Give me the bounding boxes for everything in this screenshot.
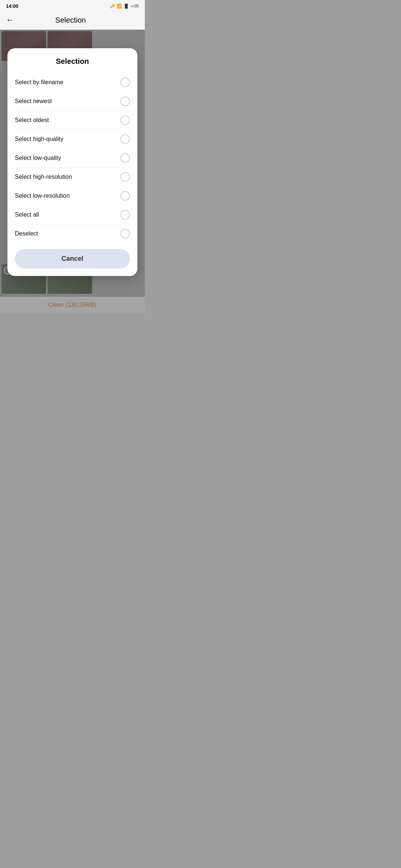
option-row-newest[interactable]: Select newest: [15, 92, 130, 111]
selection-modal: Selection Select by filenameSelect newes…: [7, 48, 137, 276]
option-label-high-quality: Select high-quality: [15, 136, 63, 142]
page-title: Selection: [55, 16, 86, 24]
option-label-all: Select all: [15, 211, 39, 218]
option-row-deselect[interactable]: Deselect: [15, 224, 130, 243]
radio-low-resolution[interactable]: [120, 191, 130, 201]
status-bar: 14:00 🔑 📶 ▐▌ ▭35: [0, 0, 145, 10]
option-label-low-quality: Select low-quality: [15, 155, 61, 161]
option-row-all[interactable]: Select all: [15, 206, 130, 224]
radio-high-resolution[interactable]: [120, 172, 130, 182]
wifi-icon: 📶: [117, 4, 122, 9]
option-label-high-resolution: Select high-resolution: [15, 174, 72, 180]
battery-icon: ▭35: [131, 4, 139, 9]
option-row-high-resolution[interactable]: Select high-resolution: [15, 168, 130, 186]
option-label-newest: Select newest: [15, 98, 52, 105]
option-label-low-resolution: Select low-resolution: [15, 193, 70, 199]
option-row-low-quality[interactable]: Select low-quality: [15, 149, 130, 167]
cancel-button[interactable]: Cancel: [15, 249, 130, 269]
key-icon: 🔑: [110, 4, 115, 9]
option-row-oldest[interactable]: Select oldest: [15, 111, 130, 129]
status-icons: 🔑 📶 ▐▌ ▭35: [110, 4, 139, 9]
option-row-by-filename[interactable]: Select by filename: [15, 73, 130, 92]
radio-oldest[interactable]: [120, 115, 130, 125]
status-time: 14:00: [6, 3, 18, 9]
option-label-by-filename: Select by filename: [15, 79, 63, 86]
options-list: Select by filenameSelect newestSelect ol…: [15, 73, 130, 243]
modal-title: Selection: [15, 57, 130, 66]
radio-deselect[interactable]: [120, 229, 130, 239]
top-bar: ← Selection: [0, 10, 145, 30]
radio-high-quality[interactable]: [120, 134, 130, 144]
radio-newest[interactable]: [120, 96, 130, 106]
option-row-high-quality[interactable]: Select high-quality: [15, 130, 130, 148]
option-label-deselect: Deselect: [15, 230, 38, 237]
back-button[interactable]: ←: [6, 15, 14, 25]
option-label-oldest: Select oldest: [15, 117, 49, 124]
radio-all[interactable]: [120, 210, 130, 220]
option-row-low-resolution[interactable]: Select low-resolution: [15, 187, 130, 205]
radio-by-filename[interactable]: [120, 78, 130, 87]
radio-low-quality[interactable]: [120, 153, 130, 163]
signal-icon: ▐▌: [123, 4, 129, 8]
